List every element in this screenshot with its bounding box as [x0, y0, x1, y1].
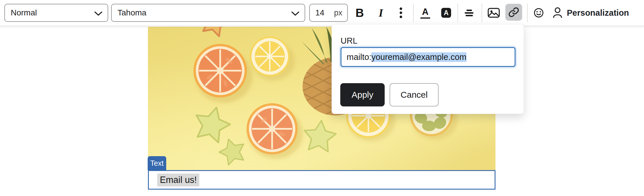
toolbar-divider — [457, 3, 458, 22]
url-value-selected: youremail@example.com — [371, 52, 466, 62]
toolbar-divider — [527, 3, 528, 22]
personalization-label: Personalization — [567, 8, 629, 18]
formatting-toolbar: Normal Tahoma 14 px B I — [0, 0, 644, 26]
image-icon — [488, 8, 500, 18]
font-family-value: Tahoma — [117, 8, 146, 17]
person-icon — [552, 7, 563, 19]
background-color-icon: A — [441, 8, 451, 18]
text-block[interactable]: Email us! — [148, 170, 495, 190]
block-tab-label: Text — [150, 159, 164, 168]
background-color-button[interactable]: A — [440, 3, 453, 22]
paragraph-style-dropdown[interactable]: Normal — [4, 4, 108, 22]
toolbar-divider — [413, 3, 414, 22]
orange-slice-large — [193, 44, 247, 97]
link-url-popover: URL mailto:youremail@example.com Apply C… — [332, 24, 524, 114]
paragraph-style-value: Normal — [11, 8, 37, 17]
align-center-icon — [465, 10, 473, 16]
personalization-button[interactable]: Personalization — [552, 3, 629, 22]
link-button-active[interactable] — [505, 4, 522, 21]
font-family-dropdown[interactable]: Tahoma — [111, 4, 305, 22]
more-options-button[interactable] — [395, 3, 407, 22]
font-size-input[interactable]: 14 px — [309, 4, 348, 22]
insert-image-button[interactable] — [487, 3, 500, 22]
apply-button[interactable]: Apply — [340, 83, 385, 106]
selected-text: Email us! — [157, 174, 199, 186]
alignment-button[interactable] — [463, 3, 475, 22]
cancel-button[interactable]: Cancel — [390, 83, 439, 106]
font-size-unit: px — [334, 8, 342, 17]
url-label: URL — [341, 36, 357, 46]
italic-button[interactable]: I — [375, 3, 387, 22]
url-value-prefix: mailto: — [347, 52, 371, 62]
vertical-ellipsis-icon — [399, 7, 402, 18]
chevron-down-icon — [94, 11, 102, 16]
bold-button[interactable]: B — [353, 3, 367, 22]
chevron-down-icon — [291, 11, 299, 16]
lemon-slice-top — [250, 36, 290, 76]
link-icon — [508, 7, 519, 18]
bold-icon: B — [356, 6, 364, 19]
emoji-button[interactable] — [532, 3, 545, 22]
url-input[interactable]: mailto:youremail@example.com — [341, 47, 515, 67]
text-color-button[interactable]: A — [419, 3, 432, 22]
font-size-value: 14 — [315, 8, 324, 17]
italic-icon: I — [379, 6, 383, 19]
toolbar-divider — [482, 3, 482, 22]
popover-buttons: Apply Cancel — [340, 83, 439, 106]
text-color-icon: A — [420, 7, 430, 19]
selected-block-tab[interactable]: Text — [148, 156, 166, 170]
orange-slice-small — [247, 103, 298, 154]
emoji-icon — [533, 8, 544, 18]
email-editor-screen: Normal Tahoma 14 px B I — [0, 0, 644, 196]
